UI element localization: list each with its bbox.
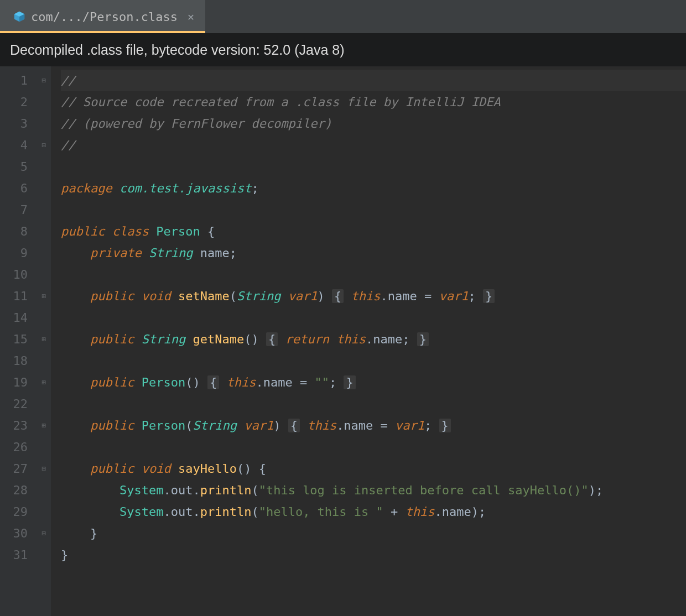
fold-cell <box>38 544 50 566</box>
fold-collapse-icon[interactable]: ⊟ <box>42 530 46 537</box>
fold-cell[interactable]: ⊞ <box>38 328 50 350</box>
code-line[interactable]: } <box>61 544 686 566</box>
code-line[interactable]: public String getName() { return this.na… <box>61 328 686 350</box>
fold-cell <box>38 264 50 285</box>
fold-column: ⊟⊟⊞⊞⊞⊞⊟⊟ <box>38 66 51 616</box>
tab-person-class[interactable]: com/.../Person.class ✕ <box>0 0 205 33</box>
fold-cell[interactable]: ⊟ <box>38 523 50 544</box>
class-file-icon <box>13 11 25 23</box>
code-line[interactable]: public Person() { this.name = ""; } <box>61 372 686 393</box>
fold-cell <box>38 350 50 372</box>
line-number: 14 <box>0 307 38 328</box>
code-line[interactable] <box>61 436 686 458</box>
fold-expand-icon[interactable]: ⊞ <box>42 379 46 386</box>
fold-cell <box>38 156 50 178</box>
code-line[interactable] <box>61 307 686 328</box>
fold-cell <box>38 91 50 113</box>
line-number: 29 <box>0 501 38 523</box>
line-number: 10 <box>0 264 38 285</box>
code-line[interactable]: public void sayHello() { <box>61 458 686 479</box>
line-number: 3 <box>0 113 38 134</box>
line-number: 26 <box>0 436 38 458</box>
code-line[interactable]: // <box>61 70 686 91</box>
line-number: 6 <box>0 178 38 199</box>
fold-cell <box>38 242 50 264</box>
line-number: 5 <box>0 156 38 178</box>
line-number: 1 <box>0 70 38 91</box>
fold-cell[interactable]: ⊞ <box>38 285 50 307</box>
fold-expand-icon[interactable]: ⊞ <box>42 336 46 343</box>
code-line[interactable] <box>61 264 686 285</box>
code-line[interactable]: // (powered by FernFlower decompiler) <box>61 113 686 134</box>
code-line[interactable]: public Person(String var1) { this.name =… <box>61 415 686 436</box>
tab-label: com/.../Person.class <box>31 10 178 24</box>
fold-cell <box>38 199 50 221</box>
code-line[interactable]: System.out.println("this log is inserted… <box>61 479 686 501</box>
code-editor[interactable]: 1234567891011141518192223262728293031 ⊟⊟… <box>0 66 686 616</box>
fold-cell[interactable]: ⊞ <box>38 372 50 393</box>
fold-cell[interactable]: ⊟ <box>38 70 50 91</box>
code-line[interactable]: package com.test.javassist; <box>61 178 686 199</box>
decompiled-banner: Decompiled .class file, bytecode version… <box>0 33 686 66</box>
fold-cell <box>38 393 50 415</box>
line-number: 9 <box>0 242 38 264</box>
line-number: 11 <box>0 285 38 307</box>
code-line[interactable]: // Source code recreated from a .class f… <box>61 91 686 113</box>
code-line[interactable] <box>61 393 686 415</box>
code-line[interactable]: private String name; <box>61 242 686 264</box>
code-line[interactable] <box>61 156 686 178</box>
fold-expand-icon[interactable]: ⊞ <box>42 293 46 300</box>
line-number: 2 <box>0 91 38 113</box>
fold-collapse-icon[interactable]: ⊟ <box>42 142 46 149</box>
line-number-gutter: 1234567891011141518192223262728293031 <box>0 66 38 616</box>
line-number: 4 <box>0 134 38 156</box>
code-line[interactable] <box>61 199 686 221</box>
code-line[interactable]: public class Person { <box>61 221 686 242</box>
fold-collapse-icon[interactable]: ⊟ <box>42 465 46 472</box>
fold-cell <box>38 221 50 242</box>
line-number: 8 <box>0 221 38 242</box>
fold-cell[interactable]: ⊟ <box>38 134 50 156</box>
line-number: 22 <box>0 393 38 415</box>
fold-cell <box>38 479 50 501</box>
fold-cell <box>38 307 50 328</box>
fold-expand-icon[interactable]: ⊞ <box>42 422 46 429</box>
fold-cell <box>38 501 50 523</box>
fold-collapse-icon[interactable]: ⊟ <box>42 77 46 84</box>
tab-bar: com/.../Person.class ✕ <box>0 0 686 33</box>
code-line[interactable]: } <box>61 523 686 544</box>
fold-cell[interactable]: ⊟ <box>38 458 50 479</box>
active-tab-indicator <box>0 31 205 33</box>
line-number: 23 <box>0 415 38 436</box>
line-number: 7 <box>0 199 38 221</box>
fold-cell[interactable]: ⊞ <box>38 415 50 436</box>
code-line[interactable]: public void setName(String var1) { this.… <box>61 285 686 307</box>
code-line[interactable]: System.out.println("hello, this is " + t… <box>61 501 686 523</box>
code-line[interactable]: // <box>61 134 686 156</box>
close-icon[interactable]: ✕ <box>188 10 194 23</box>
fold-cell <box>38 436 50 458</box>
line-number: 18 <box>0 350 38 372</box>
code-area[interactable]: //// Source code recreated from a .class… <box>51 66 686 616</box>
line-number: 30 <box>0 523 38 544</box>
fold-cell <box>38 178 50 199</box>
fold-cell <box>38 113 50 134</box>
line-number: 31 <box>0 544 38 566</box>
line-number: 27 <box>0 458 38 479</box>
code-line[interactable] <box>61 350 686 372</box>
line-number: 19 <box>0 372 38 393</box>
line-number: 28 <box>0 479 38 501</box>
banner-text: Decompiled .class file, bytecode version… <box>10 42 344 58</box>
line-number: 15 <box>0 328 38 350</box>
